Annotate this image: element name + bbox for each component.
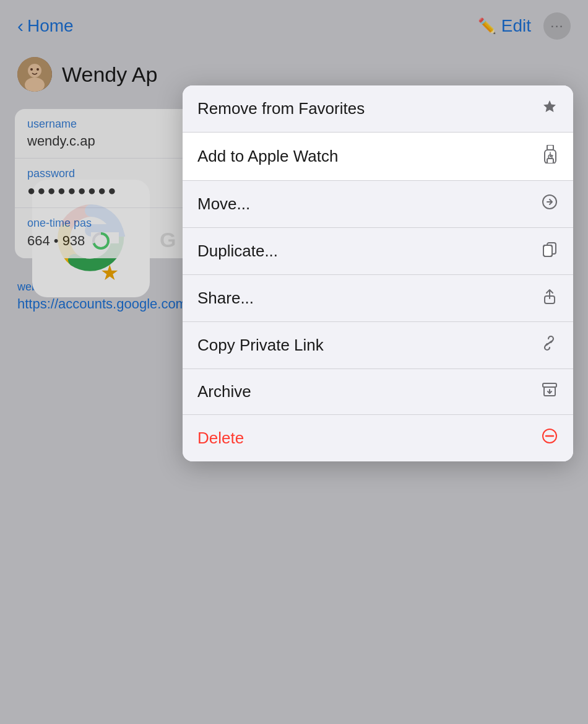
menu-item-label: Delete <box>197 429 244 448</box>
menu-item-remove-from-favorites[interactable]: Remove from Favorites <box>183 85 573 133</box>
menu-item-share-[interactable]: Share... <box>183 275 573 322</box>
menu-item-label: Add to Apple Watch <box>197 147 338 166</box>
menu-item-copy-private-link[interactable]: Copy Private Link <box>183 322 573 369</box>
menu-item-add-to-apple-watch[interactable]: Add to Apple Watch <box>183 133 573 181</box>
menu-item-delete[interactable]: Delete <box>183 415 573 461</box>
menu-item-label: Archive <box>197 382 251 401</box>
menu-item-label: Copy Private Link <box>197 336 324 355</box>
menu-item-icon <box>542 145 558 168</box>
context-menu: Remove from Favorites Add to Apple Watch… <box>183 85 573 461</box>
menu-item-label: Duplicate... <box>197 242 278 261</box>
menu-item-icon <box>541 193 558 215</box>
svg-rect-9 <box>547 159 553 164</box>
svg-rect-15 <box>543 245 552 256</box>
menu-item-icon <box>541 382 558 402</box>
menu-item-move-[interactable]: Move... <box>183 181 573 228</box>
menu-item-duplicate-[interactable]: Duplicate... <box>183 228 573 275</box>
menu-item-label: Remove from Favorites <box>197 99 365 118</box>
menu-item-icon <box>541 240 558 262</box>
menu-item-icon <box>541 427 558 449</box>
menu-item-label: Move... <box>197 194 250 214</box>
menu-item-archive[interactable]: Archive <box>183 369 573 415</box>
menu-item-icon <box>541 287 558 309</box>
menu-item-icon <box>540 334 558 356</box>
svg-rect-8 <box>547 145 553 150</box>
menu-item-icon <box>541 98 558 120</box>
menu-item-label: Share... <box>197 289 254 308</box>
